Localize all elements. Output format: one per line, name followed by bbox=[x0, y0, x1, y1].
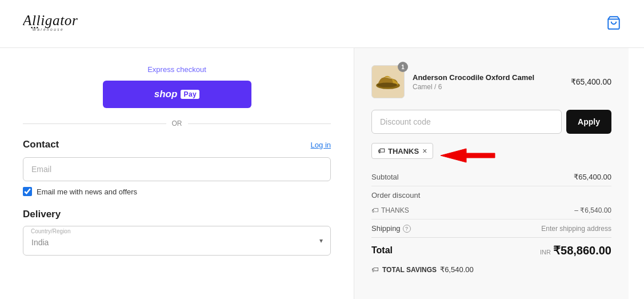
logo: Alligator Warehouse bbox=[23, 9, 91, 38]
svg-point-2 bbox=[31, 27, 32, 28]
discount-code-value: – ₹6,540.00 bbox=[574, 206, 611, 214]
total-row: Total INR ₹58,860.00 bbox=[371, 237, 611, 262]
svg-point-3 bbox=[34, 27, 35, 28]
discount-code-row: Apply bbox=[371, 110, 611, 134]
newsletter-label: Email me with news and offers bbox=[37, 188, 137, 196]
logo-svg: Alligator Warehouse bbox=[23, 9, 91, 34]
shop-pay-badge: Pay bbox=[181, 90, 199, 99]
svg-text:Alligator: Alligator bbox=[23, 13, 78, 28]
product-quantity-badge: 1 bbox=[398, 62, 408, 72]
applied-code-label: THANKS bbox=[388, 147, 419, 156]
svg-point-4 bbox=[37, 27, 38, 28]
country-label: Country/Region bbox=[31, 228, 70, 234]
red-arrow-annotation bbox=[438, 145, 506, 166]
left-panel: Express checkout shop Pay OR Contact Log… bbox=[0, 48, 354, 299]
total-value-wrap: INR ₹58,860.00 bbox=[540, 244, 611, 257]
product-variant: Camel / 6 bbox=[413, 83, 563, 91]
tag-icon: 🏷 bbox=[378, 147, 385, 155]
savings-label: TOTAL SAVINGS bbox=[382, 266, 437, 274]
discount-code-line: 🏷 THANKS – ₹6,540.00 bbox=[371, 204, 611, 219]
express-checkout-label: Express checkout bbox=[23, 65, 331, 74]
shop-pay-button[interactable]: shop Pay bbox=[103, 81, 251, 108]
contact-title: Contact bbox=[23, 139, 59, 150]
discount-code-input[interactable] bbox=[371, 110, 562, 134]
subtotal-label: Subtotal bbox=[371, 173, 399, 181]
total-amount: ₹58,860.00 bbox=[553, 244, 611, 257]
express-checkout-section: Express checkout shop Pay bbox=[23, 65, 331, 108]
shipping-value: Enter shipping address bbox=[541, 225, 611, 233]
product-name: Anderson Crocodile Oxford Camel bbox=[413, 73, 563, 82]
red-arrow-svg bbox=[438, 145, 506, 166]
right-panel: 1 Anderson Crocodile Oxford Camel Camel … bbox=[354, 48, 629, 299]
shop-pay-text: shop bbox=[154, 89, 178, 100]
subtotal-line: Subtotal ₹65,400.00 bbox=[371, 168, 611, 186]
shipping-label: Shipping bbox=[371, 224, 401, 233]
subtotal-value: ₹65,400.00 bbox=[574, 173, 611, 181]
shipping-line: Shipping ? Enter shipping address bbox=[371, 219, 611, 237]
main-layout: Express checkout shop Pay OR Contact Log… bbox=[0, 48, 644, 299]
svg-point-7 bbox=[377, 83, 397, 87]
country-select-wrap: Country/Region India United States Unite… bbox=[23, 226, 331, 256]
product-row: 1 Anderson Crocodile Oxford Camel Camel … bbox=[371, 65, 611, 98]
svg-marker-8 bbox=[441, 149, 495, 162]
newsletter-row: Email me with news and offers bbox=[23, 187, 331, 196]
discount-tag-icon-small: 🏷 bbox=[371, 206, 378, 214]
delivery-section: Delivery Country/Region India United Sta… bbox=[23, 209, 331, 256]
header: Alligator Warehouse bbox=[0, 0, 644, 48]
or-divider: OR bbox=[23, 119, 331, 127]
product-price: ₹65,400.00 bbox=[571, 77, 611, 86]
or-label: OR bbox=[172, 119, 182, 127]
email-input[interactable] bbox=[23, 157, 331, 181]
discount-code-applied: THANKS bbox=[381, 206, 409, 214]
remove-discount-button[interactable]: × bbox=[422, 146, 427, 156]
product-info: Anderson Crocodile Oxford Camel Camel / … bbox=[413, 73, 563, 91]
shipping-label-wrap: Shipping ? bbox=[371, 224, 411, 233]
savings-amount: ₹6,540.00 bbox=[440, 265, 474, 274]
discount-tag-chip: 🏷 THANKS × bbox=[371, 143, 433, 159]
log-in-link[interactable]: Log in bbox=[311, 141, 331, 149]
total-label: Total bbox=[371, 245, 393, 256]
applied-code-row: 🏷 THANKS × bbox=[371, 143, 611, 168]
shipping-help-icon: ? bbox=[403, 225, 411, 233]
order-discount-label: Order discount bbox=[371, 191, 420, 200]
cart-icon[interactable] bbox=[606, 15, 621, 32]
order-summary: Subtotal ₹65,400.00 Order discount 🏷 THA… bbox=[371, 168, 611, 237]
savings-row: 🏷 TOTAL SAVINGS ₹6,540.00 bbox=[371, 262, 611, 274]
product-image-wrap: 1 bbox=[371, 65, 405, 98]
total-currency: INR bbox=[540, 249, 551, 256]
newsletter-checkbox[interactable] bbox=[23, 187, 32, 196]
product-shoe-icon bbox=[374, 71, 402, 93]
contact-section-header: Contact Log in bbox=[23, 139, 331, 150]
order-discount-line: Order discount bbox=[371, 186, 611, 204]
delivery-title: Delivery bbox=[23, 209, 331, 220]
apply-button[interactable]: Apply bbox=[566, 110, 611, 134]
savings-tag-icon: 🏷 bbox=[371, 265, 379, 274]
